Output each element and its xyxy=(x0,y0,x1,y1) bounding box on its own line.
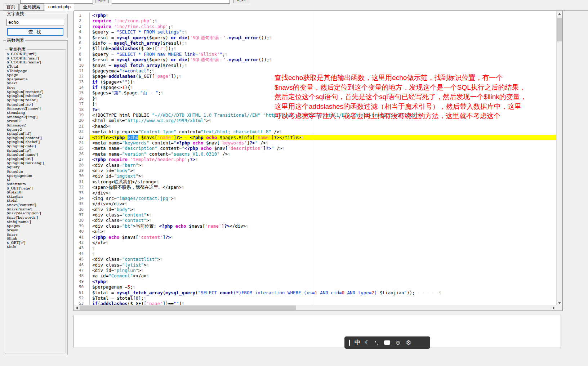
ime-mode-chinese-label[interactable]: 中 xyxy=(355,340,360,345)
variable-item[interactable]: $navs xyxy=(7,232,65,237)
code-line[interactable]: 10$navs = mysql_fetch_array($resul);¶ xyxy=(74,63,557,68)
code-line[interactable]: 43¶ xyxy=(74,245,557,251)
code-line[interactable]: 40<ul>¶ xyxy=(74,229,557,234)
code-line[interactable]: 9$resul = mysql_query($query) or die('SQ… xyxy=(74,57,557,62)
code-line[interactable]: 42</ul>¶ xyxy=(74,240,557,245)
code-line[interactable]: 2require 'inc/conn.php';¶ xyxy=(74,18,557,23)
punctuation-mode-icon[interactable]: ’， xyxy=(375,340,379,345)
variable-item[interactable]: $pinglun['content'] xyxy=(7,136,65,140)
code-line[interactable]: 24<meta name="keywords" content="<?php e… xyxy=(74,140,557,146)
variable-item[interactable]: $llink xyxy=(7,236,65,241)
scroll-down-button[interactable] xyxy=(557,300,562,305)
code-line[interactable]: 5$resul = mysql_query($query) or die('SQ… xyxy=(74,35,557,40)
code-line[interactable]: 41<?php echo $navs['content']?>¶ xyxy=(74,235,557,240)
variable-item[interactable]: $navs['name'] xyxy=(7,207,65,211)
vertical-scrollbar[interactable] xyxy=(556,11,562,305)
variable-item[interactable]: $info xyxy=(7,245,65,249)
variable-item[interactable]: $pinglun['rdate'] xyxy=(7,98,65,102)
code-line[interactable]: 26<meta name="version" content="seacms V… xyxy=(74,151,557,157)
vertical-scroll-thumb[interactable] xyxy=(557,18,562,41)
code-line[interactable]: 38<div class="contact">¶ xyxy=(74,218,557,223)
variable-item[interactable]: $Totalpage xyxy=(7,69,65,73)
scroll-up-button[interactable] xyxy=(557,11,562,17)
code-line[interactable]: 23<title><?php echo $navs['name']?> - <?… xyxy=(74,135,557,140)
ime-settings-gear-icon[interactable]: ⚙ xyxy=(406,340,411,346)
variable-item[interactable]: $manage2 xyxy=(7,123,65,128)
code-line[interactable]: 51$total = mysql_fetch_array(mysql_query… xyxy=(74,290,557,295)
variable-item[interactable]: $_COOKIE['name'] xyxy=(7,60,65,64)
topbar-input-right[interactable] xyxy=(112,0,230,4)
code-line[interactable]: 32<span>你联不联系，我都在这里。</span>¶ xyxy=(74,184,557,190)
variable-item[interactable]: $query2 xyxy=(7,128,65,132)
variable-item[interactable]: $nav['keywords'] xyxy=(7,215,65,220)
variable-item[interactable]: $navs['content'] xyxy=(7,203,65,207)
variable-item[interactable]: $startnum xyxy=(7,182,65,186)
code-line[interactable]: 52$Total = $total[0];¶ xyxy=(74,295,557,301)
code-line[interactable]: 29<div id="body">¶ xyxy=(74,168,557,173)
variable-item[interactable]: $query xyxy=(7,165,65,169)
code-line[interactable]: 31<strong>联系我们</strong>¶ xyxy=(74,179,557,184)
code-line[interactable]: 47<div id="pinglun">¶ xyxy=(74,268,557,273)
variable-item[interactable]: $pinglun['rshebei'] xyxy=(7,94,65,98)
variable-item[interactable]: $tiaojian xyxy=(7,195,65,199)
code-line[interactable]: 22<meta http-equiv="Content-Type" conten… xyxy=(74,129,557,134)
variable-item[interactable]: $pinglun['name'] xyxy=(7,152,65,157)
translate-button-right[interactable]: 翻译 xyxy=(233,0,249,3)
emoji-picker-icon[interactable]: ☺ xyxy=(395,340,401,346)
horizontal-scroll-thumb[interactable] xyxy=(80,305,296,310)
code-line[interactable]: 7$llink=addslashes($_GET['r']);¶ xyxy=(74,46,557,51)
variable-item[interactable]: $pinglun['date'] xyxy=(7,144,65,148)
code-line[interactable]: 8$query = "SELECT * FROM nav WHERE link=… xyxy=(74,52,557,57)
code-line[interactable]: 37<div class="content">¶ xyxy=(74,212,557,218)
code-line[interactable]: 45<div class="contactlist">¶ xyxy=(74,256,557,262)
variable-item[interactable]: $pinglun['url'] xyxy=(7,157,65,161)
variable-item[interactable]: $pinglun['rip'] xyxy=(7,102,65,107)
variable-item[interactable]: $pinglun['shebei'] xyxy=(7,140,65,144)
variable-item[interactable]: $next xyxy=(7,81,65,85)
variable-item[interactable]: $manage2['img'] xyxy=(7,115,65,119)
code-line[interactable]: 34<img src="images/contact.jpg">¶ xyxy=(74,196,557,201)
code-line[interactable]: 48<a id="Comment"></a>¶ xyxy=(74,273,557,278)
code-line[interactable]: 1<?php¶ xyxy=(74,13,557,18)
variable-item[interactable]: $pinglun['id'] xyxy=(7,131,65,136)
variable-item[interactable]: $nav['description'] xyxy=(7,211,65,215)
fullwidth-halfwidth-moon-icon[interactable]: ☾ xyxy=(365,340,370,345)
code-line[interactable]: 35</div></div>¶ xyxy=(74,201,557,206)
variable-item[interactable]: $pinglun['ip'] xyxy=(7,148,65,153)
code-line[interactable]: 44¶ xyxy=(74,251,557,256)
translate-button-left[interactable]: 翻译 xyxy=(95,0,109,3)
code-line[interactable]: 3require 'inc/time.class.php';¶ xyxy=(74,24,557,29)
text-cursor[interactable] xyxy=(349,340,350,346)
code-line[interactable]: 46<div class="lylist">¶ xyxy=(74,262,557,268)
tab-home[interactable]: 首页 xyxy=(3,4,19,10)
variable-item[interactable]: $pinglun xyxy=(7,169,65,174)
variable-item[interactable]: $resul2 xyxy=(7,119,65,123)
variable-item[interactable]: $resul xyxy=(7,228,65,232)
search-button[interactable]: 查 找 xyxy=(7,28,63,36)
code-line[interactable]: 6$info = mysql_fetch_array($resul);¶ xyxy=(74,40,557,46)
variable-item[interactable]: $Total xyxy=(7,64,65,69)
code-line[interactable]: 27<?php require 'template/header.php';?>… xyxy=(74,157,557,162)
tab-contact-php[interactable]: contact.php xyxy=(45,3,74,11)
code-line[interactable]: 36<div id="body">¶ xyxy=(74,207,557,212)
variable-item[interactable]: $pinglun['touxiang'] xyxy=(7,161,65,165)
variable-item[interactable]: $pages xyxy=(7,224,65,228)
variable-item[interactable]: $pinglun['rcontent'] xyxy=(7,90,65,94)
variable-item[interactable]: $_GET['page'] xyxy=(7,186,65,191)
code-line[interactable]: 21<head>¶ xyxy=(74,124,557,129)
variable-item[interactable]: $i xyxy=(7,178,65,182)
variable-item[interactable]: $page xyxy=(7,73,65,77)
code-line[interactable]: 30<div id="imgtext">¶ xyxy=(74,173,557,179)
code-line[interactable]: 33</div>¶ xyxy=(74,190,557,196)
code-line[interactable]: 50$perpagenum =5;¶ xyxy=(74,284,557,290)
variable-item[interactable]: $_GET['r'] xyxy=(7,241,65,245)
search-input[interactable] xyxy=(6,19,64,26)
code-line[interactable]: 25<meta name="description" content="<?ph… xyxy=(74,146,557,151)
code-line[interactable]: 11$pageyema="r=contact";¶ xyxy=(74,68,557,73)
code-line[interactable]: 28<div class="barn">¶ xyxy=(74,162,557,168)
variable-item[interactable]: $_COOKIE['mail'] xyxy=(7,56,65,61)
code-area[interactable]: 1<?php¶2require 'inc/conn.php';¶3require… xyxy=(74,11,557,307)
variable-item[interactable]: $total[0] xyxy=(7,190,65,195)
variable-item[interactable]: $_COOKIE['url'] xyxy=(7,52,65,56)
scroll-left-button[interactable] xyxy=(74,305,80,311)
